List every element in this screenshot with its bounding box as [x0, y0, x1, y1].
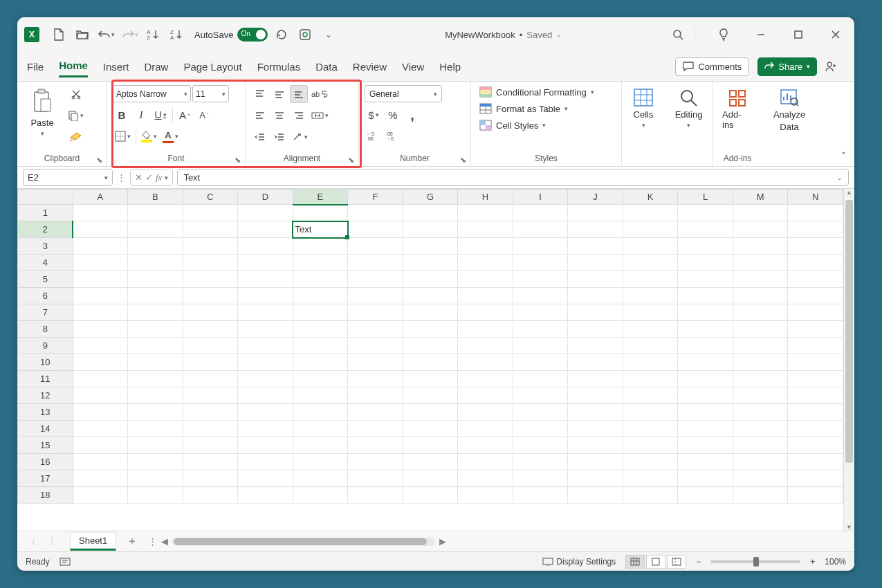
- cell[interactable]: [678, 437, 733, 454]
- cell[interactable]: [568, 354, 623, 371]
- tab-formulas[interactable]: Formulas: [257, 57, 301, 77]
- cell[interactable]: [623, 321, 678, 338]
- cell[interactable]: [183, 321, 238, 338]
- cell[interactable]: [238, 255, 293, 271]
- column-header[interactable]: J: [568, 190, 623, 205]
- row-header[interactable]: 7: [18, 304, 73, 321]
- cell[interactable]: [293, 470, 348, 487]
- cell[interactable]: [348, 238, 403, 255]
- cell[interactable]: [513, 238, 568, 255]
- cell[interactable]: [568, 387, 623, 404]
- cell[interactable]: [183, 437, 238, 454]
- open-file-icon[interactable]: [73, 25, 92, 44]
- cell[interactable]: [293, 288, 348, 304]
- minimize-icon[interactable]: [749, 25, 773, 44]
- shrink-font-icon[interactable]: Aˇ: [195, 106, 213, 124]
- cell[interactable]: [293, 271, 348, 288]
- cell[interactable]: [183, 454, 238, 470]
- cell[interactable]: Text: [293, 221, 348, 238]
- cell[interactable]: [623, 470, 678, 487]
- align-bottom-icon[interactable]: [290, 85, 308, 103]
- alignment-launcher-icon[interactable]: ⬊: [346, 155, 356, 165]
- cell[interactable]: [458, 205, 513, 221]
- zoom-in-icon[interactable]: +: [810, 557, 815, 567]
- close-icon[interactable]: [824, 25, 847, 44]
- cell-styles-button[interactable]: Cell Styles▾: [477, 118, 597, 132]
- decrease-decimal-icon[interactable]: .00→0: [384, 127, 402, 145]
- align-right-icon[interactable]: [290, 107, 308, 125]
- cell[interactable]: [128, 487, 183, 504]
- cell[interactable]: [568, 321, 623, 338]
- cell[interactable]: [128, 288, 183, 304]
- cell[interactable]: [348, 255, 403, 271]
- cell[interactable]: [513, 454, 568, 470]
- cell[interactable]: [733, 404, 788, 421]
- cell[interactable]: [513, 437, 568, 454]
- cell[interactable]: [458, 454, 513, 470]
- cell[interactable]: [513, 255, 568, 271]
- cell[interactable]: [293, 205, 348, 221]
- cell[interactable]: [458, 321, 513, 338]
- cell[interactable]: [788, 205, 843, 221]
- cell[interactable]: [238, 421, 293, 437]
- cell[interactable]: [568, 404, 623, 421]
- cell[interactable]: [568, 371, 623, 387]
- cell[interactable]: [183, 205, 238, 221]
- cell[interactable]: [623, 288, 678, 304]
- cell[interactable]: [568, 487, 623, 504]
- cell[interactable]: [678, 255, 733, 271]
- percent-icon[interactable]: %: [384, 106, 402, 124]
- currency-icon[interactable]: $▾: [365, 106, 383, 124]
- cell[interactable]: [623, 271, 678, 288]
- row-header[interactable]: 2: [18, 221, 73, 238]
- cell[interactable]: [458, 271, 513, 288]
- cell[interactable]: [403, 354, 458, 371]
- cell[interactable]: [183, 288, 238, 304]
- cell[interactable]: [128, 338, 183, 354]
- number-launcher-icon[interactable]: ⬊: [458, 155, 468, 165]
- cell[interactable]: [403, 387, 458, 404]
- cell[interactable]: [458, 255, 513, 271]
- row-header[interactable]: 17: [18, 470, 73, 487]
- cell[interactable]: [183, 271, 238, 288]
- cell[interactable]: [73, 371, 128, 387]
- row-header[interactable]: 4: [18, 255, 73, 271]
- cell[interactable]: [128, 304, 183, 321]
- column-header[interactable]: A: [73, 190, 128, 205]
- cell[interactable]: [348, 271, 403, 288]
- title-dropdown-icon[interactable]: ⌄: [556, 31, 562, 38]
- cell[interactable]: [73, 387, 128, 404]
- cell[interactable]: [128, 421, 183, 437]
- hscroll-left-icon[interactable]: ◀: [161, 536, 168, 546]
- column-header[interactable]: C: [183, 190, 238, 205]
- merge-center-icon[interactable]: ▾: [309, 107, 331, 125]
- view-page-break-icon[interactable]: [667, 555, 686, 569]
- lightbulb-icon[interactable]: [712, 25, 735, 44]
- cell[interactable]: [733, 288, 788, 304]
- cell[interactable]: [238, 321, 293, 338]
- cell[interactable]: [788, 454, 843, 470]
- cell[interactable]: [623, 437, 678, 454]
- cell[interactable]: [568, 271, 623, 288]
- cell[interactable]: [788, 404, 843, 421]
- cell[interactable]: [238, 205, 293, 221]
- cell[interactable]: [788, 304, 843, 321]
- cancel-formula-icon[interactable]: ✕: [135, 172, 143, 183]
- align-middle-icon[interactable]: [270, 85, 288, 103]
- cell[interactable]: [348, 288, 403, 304]
- cell[interactable]: [293, 371, 348, 387]
- cell[interactable]: [183, 221, 238, 238]
- cell[interactable]: [73, 454, 128, 470]
- editing-button[interactable]: Editing ▾: [670, 85, 708, 131]
- zoom-slider[interactable]: [710, 560, 800, 563]
- cell[interactable]: [788, 387, 843, 404]
- cell[interactable]: [348, 371, 403, 387]
- wrap-text-icon[interactable]: ab: [309, 85, 330, 103]
- cell[interactable]: [733, 421, 788, 437]
- cell[interactable]: [568, 288, 623, 304]
- cell[interactable]: [128, 271, 183, 288]
- cell[interactable]: [623, 304, 678, 321]
- accept-formula-icon[interactable]: ✓: [145, 172, 153, 183]
- cell[interactable]: [183, 371, 238, 387]
- redo-icon[interactable]: ▾: [120, 25, 139, 44]
